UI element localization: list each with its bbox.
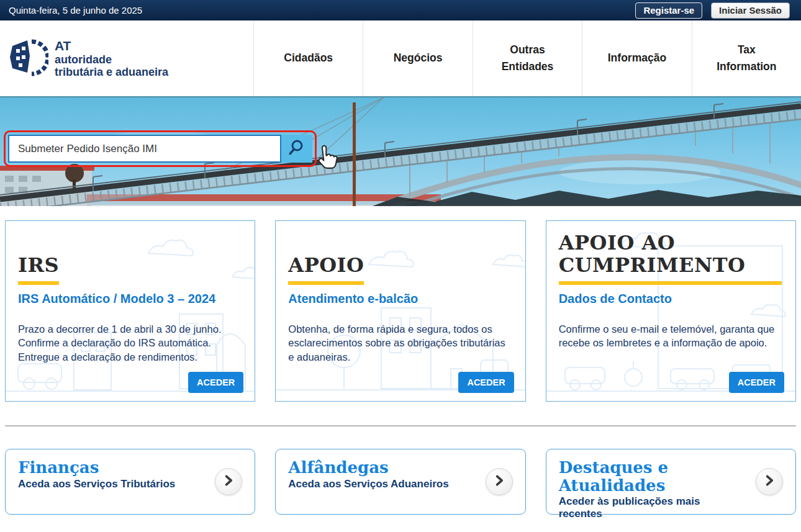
hand-cursor-icon <box>314 145 338 174</box>
card-irs: IRS IRS Automático / Modelo 3 – 2024 Pra… <box>5 220 255 402</box>
feature-cards-row: IRS IRS Automático / Modelo 3 – 2024 Pra… <box>5 220 796 402</box>
quicklink-financas[interactable]: Finanças Aceda aos Serviços Tributários <box>5 449 255 515</box>
card-subtitle-link[interactable]: Atendimento e-balcão <box>288 292 511 306</box>
chevron-right-button[interactable] <box>756 468 783 495</box>
logo-wordmark: AT autoridade tributária e aduaneira <box>55 38 168 78</box>
chevron-right-button[interactable] <box>215 468 242 495</box>
card-description: Obtenha, de forma rápida e segura, todos… <box>288 322 511 364</box>
site-header: AT autoridade tributária e aduaneira Cid… <box>0 20 801 96</box>
chevron-right-icon <box>222 474 235 489</box>
current-date: Quinta-feira, 5 de junho de 2025 <box>9 5 142 16</box>
card-apoio: APOIO Atendimento e-balcão Obtenha, de f… <box>275 220 525 402</box>
quicklink-subtitle: Aceda aos Serviços Tributários <box>18 478 205 490</box>
quicklink-subtitle: Aceder às publicações mais recentes <box>559 495 746 520</box>
card-subtitle-link[interactable]: IRS Automático / Modelo 3 – 2024 <box>18 292 241 306</box>
quicklinks-row: Finanças Aceda aos Serviços Tributários … <box>5 449 796 515</box>
nav-item-tax-information[interactable]: Tax Information <box>692 20 801 96</box>
nav-item-informacao[interactable]: Informação <box>582 20 691 96</box>
search-highlight-box <box>4 130 317 167</box>
at-emblem-icon <box>9 37 48 79</box>
card-title: APOIO <box>288 255 364 285</box>
quicklink-title: Destaques e Atualidades <box>559 459 746 494</box>
card-subtitle-link[interactable]: Dados de Contacto <box>559 292 782 306</box>
logo-line1: autoridade <box>55 53 168 66</box>
at-logo[interactable]: AT autoridade tributária e aduaneira <box>0 20 253 96</box>
card-description: Prazo a decorrer de 1 de abril a 30 de j… <box>18 322 241 364</box>
magnifier-icon <box>288 139 305 158</box>
aceder-button-irs[interactable]: ACEDER <box>188 372 243 393</box>
chevron-right-icon <box>493 474 505 489</box>
top-bar: Quinta-feira, 5 de junho de 2025 Regista… <box>0 0 801 20</box>
nav-item-outras-entidades[interactable]: Outras Entidades <box>473 20 582 96</box>
login-button[interactable]: Iniciar Sessão <box>711 2 790 19</box>
quicklink-destaques[interactable]: Destaques e Atualidades Aceder às public… <box>546 449 796 515</box>
card-title: IRS <box>18 255 59 285</box>
session-actions: Registar-se Iniciar Sessão <box>635 2 790 19</box>
logo-line2: tributária e aduaneira <box>55 66 168 78</box>
register-button[interactable]: Registar-se <box>635 2 702 19</box>
search-button[interactable] <box>281 135 312 163</box>
aceder-button-cumprimento[interactable]: ACEDER <box>729 372 784 393</box>
search-input[interactable] <box>8 135 281 163</box>
quicklink-title: Alfândegas <box>288 459 475 477</box>
card-title: APOIO AO CUMPRIMENTO <box>559 232 782 285</box>
card-apoio-cumprimento: APOIO AO CUMPRIMENTO Dados de Contacto C… <box>546 220 796 402</box>
aceder-button-apoio[interactable]: ACEDER <box>458 372 514 393</box>
quicklink-title: Finanças <box>18 459 205 477</box>
nav-item-negocios[interactable]: Negócios <box>363 20 472 96</box>
section-divider <box>5 425 796 426</box>
hero-banner <box>0 96 801 205</box>
quicklink-subtitle: Aceda aos Serviços Aduaneiros <box>288 478 475 490</box>
card-description: Confirme o seu e-mail e telemóvel, garan… <box>559 322 782 350</box>
chevron-right-button[interactable] <box>486 468 513 495</box>
nav-item-cidadaos[interactable]: Cidadãos <box>253 20 363 96</box>
chevron-right-icon <box>763 474 776 489</box>
quicklink-alfandegas[interactable]: Alfândegas Aceda aos Serviços Aduaneiros <box>275 449 525 515</box>
logo-acronym: AT <box>55 38 168 53</box>
main-nav: Cidadãos Negócios Outras Entidades Infor… <box>253 20 801 96</box>
